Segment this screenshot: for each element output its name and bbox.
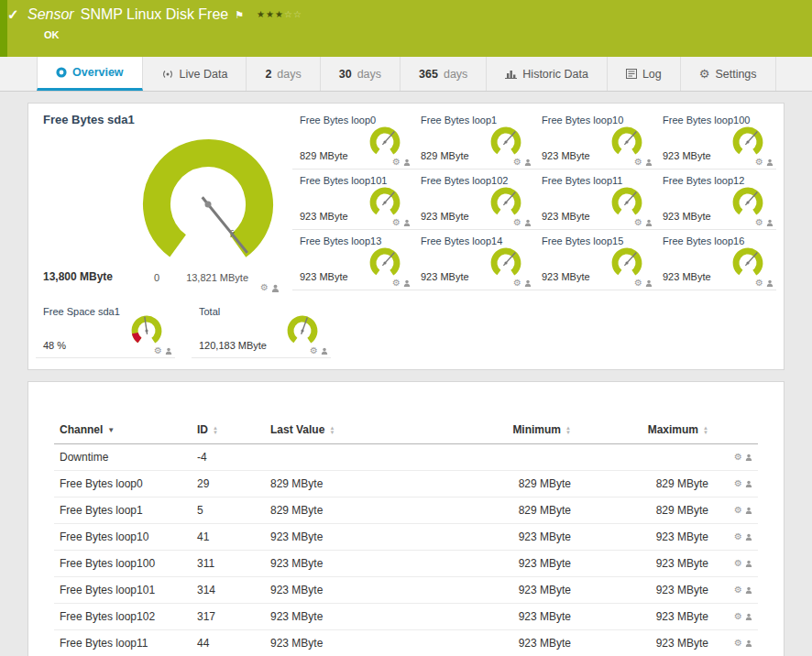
gear-icon[interactable]: ⚙ <box>634 218 642 227</box>
person-icon[interactable] <box>766 219 774 226</box>
star-icon[interactable]: ☆ <box>293 9 302 19</box>
tab-live-data[interactable]: Live Data <box>143 57 247 91</box>
gear-icon[interactable]: ⚙ <box>634 279 642 288</box>
channel-gauge <box>368 185 402 220</box>
channel-gauge-cell[interactable]: Free Bytes loop1 829 MByte ⚙ <box>413 109 534 169</box>
person-icon[interactable] <box>645 219 653 226</box>
channel-gauge-cell[interactable]: Free Bytes loop102 923 MByte ⚙ <box>413 169 534 230</box>
table-row[interactable]: Free Bytes loop102 317 923 MByte 923 MBy… <box>54 604 758 630</box>
gear-icon[interactable]: ⚙ <box>260 283 269 292</box>
person-icon[interactable] <box>745 454 752 461</box>
channel-gauge-cell[interactable]: Free Bytes loop13 923 MByte ⚙ <box>292 230 413 290</box>
channel-gauge-cell[interactable]: Total 120,183 MByte ⚙ <box>192 301 331 358</box>
table-row[interactable]: Free Bytes loop0 29 829 MByte 829 MByte … <box>54 471 758 497</box>
person-icon[interactable] <box>403 279 411 287</box>
tab-2-days[interactable]: 2 days <box>247 57 320 91</box>
person-icon[interactable] <box>403 219 411 226</box>
channel-table: Channel▼ ID▲▼ Last Value▲▼ Minimum▲▼ Max… <box>54 417 758 656</box>
gear-icon[interactable]: ⚙ <box>634 158 642 167</box>
primary-gauge-cell[interactable]: Free Bytes sda1 x̄ 13,800 MByte 0 13,821… <box>36 109 292 294</box>
channel-gauge <box>730 125 765 159</box>
channel-gauge-cell[interactable]: Free Bytes loop10 923 MByte ⚙ <box>534 109 655 169</box>
tab-settings[interactable]: ⚙ Settings <box>681 57 776 91</box>
person-icon[interactable] <box>745 480 752 487</box>
gear-icon[interactable]: ⚙ <box>755 158 763 167</box>
gear-icon[interactable]: ⚙ <box>734 479 742 488</box>
gear-icon[interactable]: ⚙ <box>755 279 763 288</box>
column-header-id[interactable]: ID▲▼ <box>192 417 265 444</box>
channel-gauge-cell[interactable]: Free Space sda1 48 % ⚙ <box>36 301 175 358</box>
gear-icon[interactable]: ⚙ <box>734 585 742 595</box>
channel-gauge-cell[interactable]: Free Bytes loop14 923 MByte ⚙ <box>413 230 534 290</box>
gear-icon[interactable]: ⚙ <box>734 559 742 568</box>
channel-gauge-cell[interactable]: Free Bytes loop101 923 MByte ⚙ <box>292 169 413 230</box>
star-icon[interactable]: ★ <box>275 9 284 19</box>
table-row[interactable]: Free Bytes loop101 314 923 MByte 923 MBy… <box>54 577 758 604</box>
channel-gauge-value: 923 MByte <box>542 211 590 222</box>
star-rating[interactable]: ★★★☆☆ <box>257 6 302 23</box>
person-icon[interactable] <box>271 284 280 292</box>
table-row[interactable]: Downtime -4 ⚙ <box>54 444 758 471</box>
person-icon[interactable] <box>745 560 752 567</box>
column-header-minimum[interactable]: Minimum▲▼ <box>439 417 576 444</box>
person-icon[interactable] <box>524 279 532 287</box>
gear-icon[interactable]: ⚙ <box>513 218 521 227</box>
tab-overview[interactable]: Overview <box>37 57 143 91</box>
table-row[interactable]: Free Bytes loop11 44 923 MByte 923 MByte… <box>54 630 758 656</box>
flag-icon[interactable]: ⚑ <box>235 9 244 20</box>
channel-gauge-cell[interactable]: Free Bytes loop11 923 MByte ⚙ <box>534 169 655 230</box>
star-icon[interactable]: ★ <box>266 9 275 19</box>
column-header-channel[interactable]: Channel▼ <box>54 417 192 444</box>
person-icon[interactable] <box>645 159 653 166</box>
person-icon[interactable] <box>745 533 752 541</box>
gear-icon[interactable]: ⚙ <box>755 218 763 227</box>
channel-gauge-cell[interactable]: Free Bytes loop16 923 MByte ⚙ <box>655 230 776 290</box>
person-icon[interactable] <box>524 219 532 226</box>
channel-gauge <box>285 313 320 348</box>
person-icon[interactable] <box>745 507 752 514</box>
gear-icon[interactable]: ⚙ <box>734 453 742 462</box>
table-row[interactable]: Free Bytes loop100 311 923 MByte 923 MBy… <box>54 551 758 577</box>
person-icon[interactable] <box>524 159 532 166</box>
channel-name: Free Bytes loop101 <box>54 577 192 604</box>
gear-icon[interactable]: ⚙ <box>513 279 521 288</box>
person-icon[interactable] <box>745 586 752 594</box>
star-icon[interactable]: ☆ <box>284 9 293 19</box>
person-icon[interactable] <box>745 613 752 620</box>
person-icon[interactable] <box>766 279 774 287</box>
gear-icon[interactable]: ⚙ <box>734 532 742 541</box>
person-icon[interactable] <box>403 159 411 166</box>
gear-icon[interactable]: ⚙ <box>734 506 742 515</box>
gear-icon[interactable]: ⚙ <box>392 279 401 288</box>
person-icon[interactable] <box>766 159 774 166</box>
channel-gauge-value: 120,183 MByte <box>199 340 267 351</box>
channel-gauge-cell[interactable]: Free Bytes loop100 923 MByte ⚙ <box>655 109 776 169</box>
column-header-maximum[interactable]: Maximum▲▼ <box>576 417 714 444</box>
channel-gauge-cell[interactable]: Free Bytes loop0 829 MByte ⚙ <box>292 109 413 169</box>
channel-table-body: Downtime -4 ⚙ Free Bytes loop0 29 829 MB… <box>54 444 758 656</box>
channel-gauge-cell[interactable]: Free Bytes loop12 923 MByte ⚙ <box>655 169 776 230</box>
person-icon[interactable] <box>321 347 328 355</box>
tab-historic-data[interactable]: Historic Data <box>487 57 608 91</box>
gear-icon[interactable]: ⚙ <box>734 639 742 648</box>
person-icon[interactable] <box>165 347 172 355</box>
star-icon[interactable]: ★ <box>257 9 266 19</box>
gear-icon[interactable]: ⚙ <box>154 346 162 355</box>
person-icon[interactable] <box>645 279 653 287</box>
table-row[interactable]: Free Bytes loop10 41 923 MByte 923 MByte… <box>54 524 758 551</box>
gear-icon[interactable]: ⚙ <box>734 612 742 621</box>
tab-365-days[interactable]: 365 days <box>401 57 487 91</box>
gear-icon[interactable]: ⚙ <box>513 158 521 167</box>
gear-icon[interactable]: ⚙ <box>310 346 318 355</box>
column-header-last-value[interactable]: Last Value▲▼ <box>265 417 439 444</box>
gear-icon[interactable]: ⚙ <box>392 218 401 227</box>
channel-gauge-cell[interactable]: Free Bytes loop15 923 MByte ⚙ <box>534 230 655 290</box>
table-row[interactable]: Free Bytes loop1 5 829 MByte 829 MByte 8… <box>54 497 758 524</box>
tab-log[interactable]: Log <box>608 57 681 91</box>
channel-gauge-value: 829 MByte <box>300 150 348 161</box>
last-value: 923 MByte <box>265 524 439 551</box>
minimum-value <box>439 444 576 471</box>
gear-icon[interactable]: ⚙ <box>392 158 401 167</box>
tab-30-days[interactable]: 30 days <box>321 57 401 91</box>
person-icon[interactable] <box>745 640 752 647</box>
